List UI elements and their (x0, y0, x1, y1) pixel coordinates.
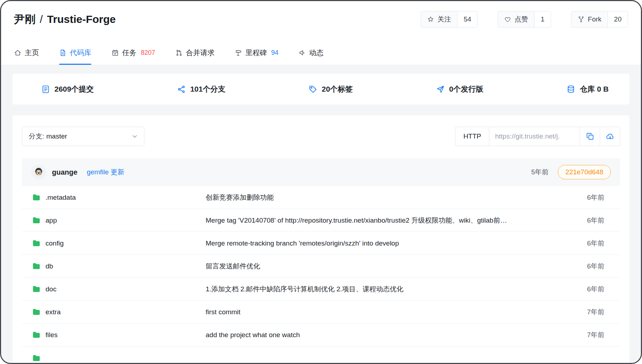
copy-url-button[interactable] (580, 127, 600, 146)
watch-button[interactable]: 关注 54 (421, 11, 478, 28)
commit-author[interactable]: guange (52, 168, 77, 176)
stat-releases[interactable]: 0个发行版 (436, 84, 484, 94)
file-entry-extra[interactable]: extra (32, 307, 206, 316)
file-entry-config[interactable]: config (32, 239, 206, 248)
branch-icon (177, 85, 186, 94)
milestone-icon (235, 49, 242, 57)
fork-label: Fork (588, 15, 602, 23)
app-window: 尹刚 / Trustie-Forge 关注 54 点赞 1 (0, 0, 642, 364)
file-commit-message[interactable]: 创新竞赛添加删除功能 (206, 193, 558, 202)
tab-activity[interactable]: 动态 (298, 40, 324, 65)
stat-branches[interactable]: 101个分支 (177, 84, 225, 94)
commit-time: 5年前 (531, 168, 549, 177)
file-commit-message[interactable]: add the project what one watch (206, 331, 558, 339)
file-commit-message[interactable]: Merge remote-tracking branch 'remotes/or… (206, 239, 558, 247)
copy-icon (586, 132, 594, 141)
file-commit-time: 7年前 (558, 307, 604, 317)
tab-home-label: 主页 (25, 48, 39, 58)
repo-owner-link[interactable]: 尹刚 (14, 12, 35, 27)
cloud-download-icon (606, 132, 614, 141)
commit-message-link[interactable]: gemfile 更新 (87, 168, 124, 177)
tab-code-label: 代码库 (70, 48, 91, 58)
home-icon (14, 49, 21, 57)
folder-icon (32, 285, 41, 293)
file-name: config (45, 239, 64, 247)
repo-icon (59, 49, 67, 57)
file-entry-doc[interactable]: doc (32, 285, 206, 293)
tab-home[interactable]: 主页 (14, 40, 39, 65)
star-icon (427, 16, 434, 23)
file-commit-message[interactable]: 留言发送邮件优化 (206, 262, 558, 271)
protocol-toggle[interactable]: HTTP (455, 127, 489, 146)
tab-issues-label: 任务 (122, 48, 136, 58)
stat-tags[interactable]: 20个标签 (308, 84, 353, 94)
code-browser-card: 分支: master HTTP https://git.trustie.net/… (13, 115, 629, 364)
repo-header: 尹刚 / Trustie-Forge 关注 54 点赞 1 (1, 1, 641, 65)
tab-merge-requests[interactable]: 合并请求 (175, 40, 215, 65)
file-name: db (45, 262, 53, 270)
file-entry-db[interactable]: db (32, 262, 206, 271)
file-commit-time: 7年前 (558, 330, 604, 340)
folder-icon (32, 216, 41, 225)
folder-icon (32, 262, 41, 271)
file-entry-partial[interactable] (32, 354, 206, 363)
file-commit-time: 6年前 (558, 239, 604, 248)
praise-button[interactable]: 点赞 1 (498, 11, 551, 28)
tab-issues[interactable]: 任务 8207 (111, 40, 155, 65)
table-row: extra first commit 7年前 (22, 301, 620, 324)
stat-repo-size[interactable]: 仓库 0 B (566, 84, 609, 94)
file-name: doc (45, 285, 57, 293)
branch-label: 分支: (29, 132, 44, 141)
table-row: .metadata 创新竞赛添加删除功能 6年前 (22, 186, 620, 209)
stat-tags-label: 20个标签 (322, 84, 353, 94)
latest-commit-bar: guange gemfile 更新 5年前 221e70d648 (22, 158, 620, 186)
file-entry-app[interactable]: app (32, 216, 206, 225)
watch-count[interactable]: 54 (457, 11, 477, 27)
repo-tabs: 主页 代码库 任务 8207 合并请求 里程碑 94 动态 (14, 40, 628, 65)
stat-commits-label: 2609个提交 (54, 84, 94, 94)
branch-selector[interactable]: 分支: master (22, 127, 144, 146)
folder-icon (32, 193, 41, 202)
activity-icon (298, 49, 306, 57)
file-name: extra (45, 308, 61, 316)
file-commit-message[interactable]: first commit (206, 308, 558, 316)
avatar[interactable] (31, 165, 46, 180)
fork-count[interactable]: 20 (608, 11, 628, 27)
table-row: config Merge remote-tracking branch 'rem… (22, 232, 620, 255)
praise-count[interactable]: 1 (534, 11, 551, 27)
stat-commits[interactable]: 2609个提交 (41, 84, 94, 94)
page-title: 尹刚 / Trustie-Forge (14, 12, 116, 27)
fork-button[interactable]: Fork 20 (571, 11, 628, 28)
folder-icon (32, 239, 41, 248)
commit-hash-badge[interactable]: 221e70d648 (558, 165, 611, 179)
tab-merge-requests-label: 合并请求 (186, 48, 215, 58)
file-name: .metadata (45, 194, 76, 202)
tab-milestones-label: 里程碑 (245, 48, 267, 58)
file-commit-time: 6年前 (558, 262, 604, 271)
stat-branches-label: 101个分支 (190, 84, 225, 94)
milestones-count-badge: 94 (271, 49, 278, 57)
download-zip-button[interactable] (600, 127, 620, 146)
tab-milestones[interactable]: 里程碑 94 (235, 40, 278, 65)
folder-icon (32, 354, 41, 363)
clone-url-input[interactable]: https://git.trustie.net/j. (489, 127, 580, 146)
clone-url-group: HTTP https://git.trustie.net/j. (455, 127, 620, 146)
repo-actions: 关注 54 点赞 1 Fork 20 (421, 11, 628, 28)
table-row-partial (22, 346, 620, 364)
file-commit-message[interactable]: 1.添加文档 2.邮件中缺陷序号计算机制优化 2.项目、课程动态优化 (206, 285, 558, 294)
file-entry-files[interactable]: files (32, 330, 206, 339)
folder-icon (32, 330, 41, 339)
file-entry-metadata[interactable]: .metadata (32, 193, 206, 202)
file-commit-message[interactable]: Merge tag 'V20140708' of http://reposito… (206, 216, 558, 225)
repo-stats-bar: 2609个提交 101个分支 20个标签 0个发行版 仓库 0 B (13, 74, 629, 105)
tab-code[interactable]: 代码库 (59, 40, 91, 65)
stat-releases-label: 0个发行版 (449, 84, 484, 94)
file-name: files (45, 331, 58, 339)
file-commit-time: 6年前 (558, 216, 604, 225)
tag-icon (308, 85, 317, 94)
folder-icon (32, 307, 41, 316)
praise-label: 点赞 (514, 15, 528, 24)
page-body: 2609个提交 101个分支 20个标签 0个发行版 仓库 0 B (1, 65, 641, 363)
file-commit-time: 6年前 (558, 193, 604, 202)
repo-name-link[interactable]: Trustie-Forge (47, 13, 116, 25)
